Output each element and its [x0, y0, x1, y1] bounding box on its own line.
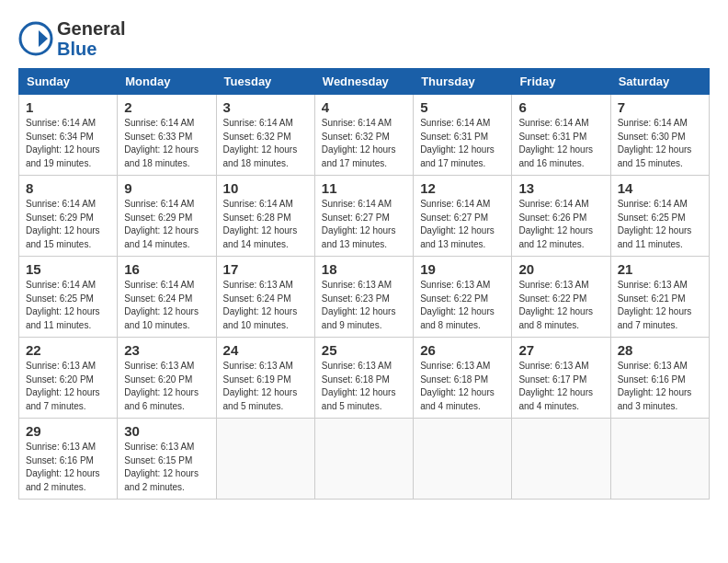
day-info: Sunrise: 6:13 AMSunset: 6:15 PMDaylight:…	[124, 441, 209, 494]
day-info: Sunrise: 6:13 AMSunset: 6:19 PMDaylight:…	[223, 360, 308, 413]
day-info: Sunrise: 6:14 AMSunset: 6:26 PMDaylight:…	[518, 198, 603, 251]
header-thursday: Thursday	[414, 69, 512, 95]
calendar-cell: 13Sunrise: 6:14 AMSunset: 6:26 PMDayligh…	[512, 176, 610, 257]
calendar-row: 8Sunrise: 6:14 AMSunset: 6:29 PMDaylight…	[19, 176, 710, 257]
day-info: Sunrise: 6:13 AMSunset: 6:21 PMDaylight:…	[618, 279, 702, 332]
day-number: 6	[518, 99, 603, 115]
day-info: Sunrise: 6:13 AMSunset: 6:20 PMDaylight:…	[124, 360, 209, 413]
day-number: 24	[223, 342, 308, 358]
day-number: 21	[618, 261, 702, 277]
header-wednesday: Wednesday	[314, 69, 413, 95]
day-info: Sunrise: 6:13 AMSunset: 6:16 PMDaylight:…	[26, 441, 110, 494]
calendar-cell: 8Sunrise: 6:14 AMSunset: 6:29 PMDaylight…	[19, 176, 118, 257]
day-info: Sunrise: 6:14 AMSunset: 6:28 PMDaylight:…	[223, 198, 308, 251]
day-number: 25	[322, 342, 406, 358]
day-number: 2	[124, 99, 209, 115]
day-number: 27	[518, 342, 603, 358]
calendar-cell: 4Sunrise: 6:14 AMSunset: 6:32 PMDaylight…	[314, 95, 413, 176]
day-number: 4	[322, 99, 406, 115]
logo: General Blue	[18, 18, 125, 59]
calendar-cell: 11Sunrise: 6:14 AMSunset: 6:27 PMDayligh…	[314, 176, 413, 257]
logo-icon	[18, 21, 53, 56]
calendar-cell: 21Sunrise: 6:13 AMSunset: 6:21 PMDayligh…	[610, 257, 709, 338]
day-info: Sunrise: 6:14 AMSunset: 6:31 PMDaylight:…	[420, 117, 505, 170]
day-info: Sunrise: 6:14 AMSunset: 6:32 PMDaylight:…	[223, 117, 308, 170]
day-number: 15	[26, 261, 110, 277]
day-info: Sunrise: 6:13 AMSunset: 6:24 PMDaylight:…	[223, 279, 308, 332]
days-header-row: SundayMondayTuesdayWednesdayThursdayFrid…	[19, 69, 710, 95]
day-info: Sunrise: 6:14 AMSunset: 6:25 PMDaylight:…	[618, 198, 702, 251]
calendar-cell: 3Sunrise: 6:14 AMSunset: 6:32 PMDaylight…	[216, 95, 314, 176]
logo-general: General	[57, 18, 125, 39]
day-info: Sunrise: 6:14 AMSunset: 6:32 PMDaylight:…	[322, 117, 406, 170]
day-number: 7	[618, 99, 702, 115]
day-info: Sunrise: 6:13 AMSunset: 6:22 PMDaylight:…	[518, 279, 603, 332]
day-number: 18	[322, 261, 406, 277]
day-number: 29	[26, 423, 110, 439]
day-info: Sunrise: 6:14 AMSunset: 6:27 PMDaylight:…	[420, 198, 505, 251]
calendar-cell: 1Sunrise: 6:14 AMSunset: 6:34 PMDaylight…	[19, 95, 118, 176]
day-info: Sunrise: 6:14 AMSunset: 6:31 PMDaylight:…	[518, 117, 603, 170]
day-number: 30	[124, 423, 209, 439]
day-number: 13	[518, 180, 603, 196]
calendar-cell: 9Sunrise: 6:14 AMSunset: 6:29 PMDaylight…	[118, 176, 216, 257]
day-number: 16	[124, 261, 209, 277]
calendar-cell: 5Sunrise: 6:14 AMSunset: 6:31 PMDaylight…	[414, 95, 512, 176]
calendar-cell: 22Sunrise: 6:13 AMSunset: 6:20 PMDayligh…	[19, 338, 118, 419]
calendar-cell: 20Sunrise: 6:13 AMSunset: 6:22 PMDayligh…	[512, 257, 610, 338]
day-number: 5	[420, 99, 505, 115]
calendar-cell: 17Sunrise: 6:13 AMSunset: 6:24 PMDayligh…	[216, 257, 314, 338]
day-info: Sunrise: 6:13 AMSunset: 6:22 PMDaylight:…	[420, 279, 505, 332]
calendar-cell: 23Sunrise: 6:13 AMSunset: 6:20 PMDayligh…	[118, 338, 216, 419]
day-number: 1	[26, 99, 110, 115]
day-number: 11	[322, 180, 406, 196]
calendar-row: 15Sunrise: 6:14 AMSunset: 6:25 PMDayligh…	[19, 257, 710, 338]
day-number: 8	[26, 180, 110, 196]
day-number: 28	[618, 342, 702, 358]
day-info: Sunrise: 6:14 AMSunset: 6:30 PMDaylight:…	[618, 117, 702, 170]
day-number: 22	[26, 342, 110, 358]
day-info: Sunrise: 6:14 AMSunset: 6:34 PMDaylight:…	[26, 117, 110, 170]
calendar-cell: 28Sunrise: 6:13 AMSunset: 6:16 PMDayligh…	[610, 338, 709, 419]
day-number: 17	[223, 261, 308, 277]
calendar-row: 22Sunrise: 6:13 AMSunset: 6:20 PMDayligh…	[19, 338, 710, 419]
day-number: 20	[518, 261, 603, 277]
day-number: 23	[124, 342, 209, 358]
day-info: Sunrise: 6:13 AMSunset: 6:18 PMDaylight:…	[322, 360, 406, 413]
day-info: Sunrise: 6:14 AMSunset: 6:25 PMDaylight:…	[26, 279, 110, 332]
header-monday: Monday	[118, 69, 216, 95]
calendar-cell: 10Sunrise: 6:14 AMSunset: 6:28 PMDayligh…	[216, 176, 314, 257]
calendar-cell	[512, 419, 610, 500]
calendar-row: 29Sunrise: 6:13 AMSunset: 6:16 PMDayligh…	[19, 419, 710, 500]
day-info: Sunrise: 6:13 AMSunset: 6:20 PMDaylight:…	[26, 360, 110, 413]
page-header: General Blue	[18, 18, 710, 59]
calendar-cell: 26Sunrise: 6:13 AMSunset: 6:18 PMDayligh…	[414, 338, 512, 419]
calendar-cell: 27Sunrise: 6:13 AMSunset: 6:17 PMDayligh…	[512, 338, 610, 419]
day-number: 14	[618, 180, 702, 196]
header-tuesday: Tuesday	[216, 69, 314, 95]
calendar-table: SundayMondayTuesdayWednesdayThursdayFrid…	[18, 68, 710, 500]
calendar-cell	[314, 419, 413, 500]
calendar-cell: 29Sunrise: 6:13 AMSunset: 6:16 PMDayligh…	[19, 419, 118, 500]
calendar-cell: 19Sunrise: 6:13 AMSunset: 6:22 PMDayligh…	[414, 257, 512, 338]
day-info: Sunrise: 6:14 AMSunset: 6:27 PMDaylight:…	[322, 198, 406, 251]
calendar-cell	[610, 419, 709, 500]
calendar-cell: 18Sunrise: 6:13 AMSunset: 6:23 PMDayligh…	[314, 257, 413, 338]
calendar-cell: 14Sunrise: 6:14 AMSunset: 6:25 PMDayligh…	[610, 176, 709, 257]
calendar-cell: 7Sunrise: 6:14 AMSunset: 6:30 PMDaylight…	[610, 95, 709, 176]
day-number: 10	[223, 180, 308, 196]
day-info: Sunrise: 6:14 AMSunset: 6:29 PMDaylight:…	[26, 198, 110, 251]
day-number: 3	[223, 99, 308, 115]
header-friday: Friday	[512, 69, 610, 95]
calendar-cell: 12Sunrise: 6:14 AMSunset: 6:27 PMDayligh…	[414, 176, 512, 257]
calendar-cell: 15Sunrise: 6:14 AMSunset: 6:25 PMDayligh…	[19, 257, 118, 338]
calendar-cell: 2Sunrise: 6:14 AMSunset: 6:33 PMDaylight…	[118, 95, 216, 176]
calendar-cell: 16Sunrise: 6:14 AMSunset: 6:24 PMDayligh…	[118, 257, 216, 338]
header-sunday: Sunday	[19, 69, 118, 95]
day-number: 12	[420, 180, 505, 196]
day-info: Sunrise: 6:14 AMSunset: 6:33 PMDaylight:…	[124, 117, 209, 170]
calendar-cell: 25Sunrise: 6:13 AMSunset: 6:18 PMDayligh…	[314, 338, 413, 419]
calendar-cell: 24Sunrise: 6:13 AMSunset: 6:19 PMDayligh…	[216, 338, 314, 419]
day-info: Sunrise: 6:13 AMSunset: 6:18 PMDaylight:…	[420, 360, 505, 413]
header-saturday: Saturday	[610, 69, 709, 95]
